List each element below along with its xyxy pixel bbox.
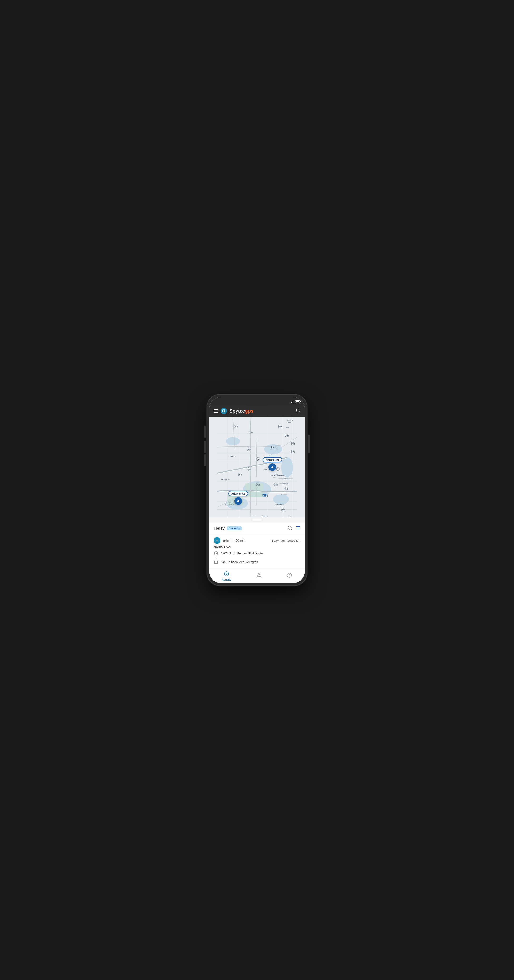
search-events-button[interactable] xyxy=(287,525,292,531)
notifications-button[interactable] xyxy=(295,408,300,414)
events-header: Today 3 events xyxy=(209,523,305,534)
svg-text:Duncanville: Duncanville xyxy=(275,504,284,506)
status-icons xyxy=(291,401,300,403)
svg-text:(408): (408) xyxy=(274,484,278,486)
navigation-icon xyxy=(270,465,274,469)
tab-alerts[interactable] xyxy=(282,571,297,581)
navigation-icon xyxy=(236,499,240,503)
svg-text:(12): (12) xyxy=(285,488,288,490)
trip-time-range: 10:04 am - 10:30 am xyxy=(272,539,300,542)
svg-text:S 360 Toll: S 360 Toll xyxy=(251,514,257,516)
svg-text:(67): (67) xyxy=(282,509,285,511)
events-actions xyxy=(287,525,300,531)
svg-text:Cockrell Hill: Cockrell Hill xyxy=(279,483,289,485)
svg-text:Euless: Euless xyxy=(229,455,236,458)
locate-tab-icon xyxy=(256,573,262,579)
svg-text:(303): (303) xyxy=(256,484,260,486)
destination-address: 145 Fairview Ave, Arlington xyxy=(221,559,258,565)
map-area[interactable]: (97) (10) (183) (356) (161) (360) (30) xyxy=(209,417,305,517)
adams-car-marker[interactable]: Adam's car xyxy=(228,491,248,505)
header-left: Spytecgps xyxy=(214,407,254,414)
app-logo-icon xyxy=(221,407,227,414)
svg-text:Grand Prairie: Grand Prairie xyxy=(271,474,284,477)
phone-frame: Spytecgps xyxy=(207,395,307,585)
svg-text:Irving: Irving xyxy=(271,446,278,449)
trip-header: Trip | 20 min 10:04 am - 10:30 am xyxy=(214,537,300,544)
adams-car-label: Adam's car xyxy=(228,491,248,496)
app-name: Spytecgps xyxy=(229,408,254,414)
svg-text:(114): (114) xyxy=(278,426,282,428)
events-badge: 3 events xyxy=(227,526,242,530)
phone-notch xyxy=(243,399,271,406)
svg-text:(348): (348) xyxy=(285,435,289,437)
svg-text:(183): (183) xyxy=(291,443,295,445)
tab-bar: Activity xyxy=(209,569,305,583)
marias-car-label: Maria's car xyxy=(263,457,282,462)
svg-text:D...: D... xyxy=(289,515,292,517)
svg-point-2 xyxy=(226,437,240,445)
trip-navigation-icon xyxy=(215,539,219,542)
route-destination-icon xyxy=(214,560,219,564)
svg-text:(356): (356) xyxy=(291,451,295,453)
trip-duration: 20 min xyxy=(236,539,246,542)
activity-tab-label: Activity xyxy=(222,578,231,581)
svg-text:NORTH: NORTH xyxy=(287,420,293,422)
svg-text:35E: 35E xyxy=(286,426,289,428)
filter-events-button[interactable] xyxy=(295,525,300,531)
battery-icon xyxy=(295,401,300,403)
today-label: Today xyxy=(214,526,225,530)
events-panel: Today 3 events xyxy=(209,523,305,569)
route-destination: 145 Fairview Ave, Arlington xyxy=(214,559,300,565)
tab-activity[interactable]: Activity xyxy=(217,569,236,583)
marias-car-marker[interactable]: Maria's car xyxy=(263,457,282,471)
trip-device-name: MARIA'S CAR xyxy=(214,545,300,548)
svg-text:REDBIRD: REDBIRD xyxy=(283,478,290,479)
activity-tab-icon xyxy=(224,571,229,578)
trip-divider: | xyxy=(232,538,233,542)
svg-point-7 xyxy=(273,494,289,504)
menu-button[interactable] xyxy=(214,409,218,412)
trip-route: 1202 North Bergen St, Arlington xyxy=(214,550,300,565)
signal-icon xyxy=(291,401,294,403)
origin-dot xyxy=(214,552,218,555)
trip-type: Trip | 20 min xyxy=(214,537,246,544)
svg-text:(161): (161) xyxy=(256,458,260,460)
trip-card[interactable]: Trip | 20 min 10:04 am - 10:30 am MARIA'… xyxy=(209,534,305,569)
svg-text:20: 20 xyxy=(263,495,265,496)
svg-text:DALL...: DALL... xyxy=(287,422,292,423)
app-header: Spytecgps xyxy=(209,405,305,417)
svg-text:OAK CL...: OAK CL... xyxy=(281,493,289,496)
trip-icon xyxy=(214,537,221,544)
trip-label: Trip xyxy=(222,539,229,542)
destination-square xyxy=(214,560,218,564)
marias-car-dot xyxy=(268,463,276,471)
svg-text:Arlington: Arlington xyxy=(221,478,230,481)
route-origin: 1202 North Bergen St, Arlington xyxy=(214,550,300,556)
map-background: (97) (10) (183) (356) (161) (360) (30) xyxy=(209,417,305,517)
alerts-tab-icon xyxy=(287,573,292,579)
tab-locate[interactable] xyxy=(251,571,267,581)
svg-text:(360): (360) xyxy=(247,468,251,470)
svg-text:Cedar Hill: Cedar Hill xyxy=(261,515,268,517)
adams-car-dot xyxy=(235,497,242,505)
events-header-left: Today 3 events xyxy=(214,526,242,530)
handle-bar xyxy=(253,520,261,520)
phone-screen: Spytecgps xyxy=(209,397,305,583)
route-origin-icon xyxy=(214,552,219,555)
sheet-handle xyxy=(209,517,305,523)
origin-address: 1202 North Bergen St, Arlington xyxy=(221,550,265,556)
svg-point-77 xyxy=(288,526,291,529)
svg-point-83 xyxy=(226,573,227,574)
svg-text:(356): (356) xyxy=(249,432,253,434)
